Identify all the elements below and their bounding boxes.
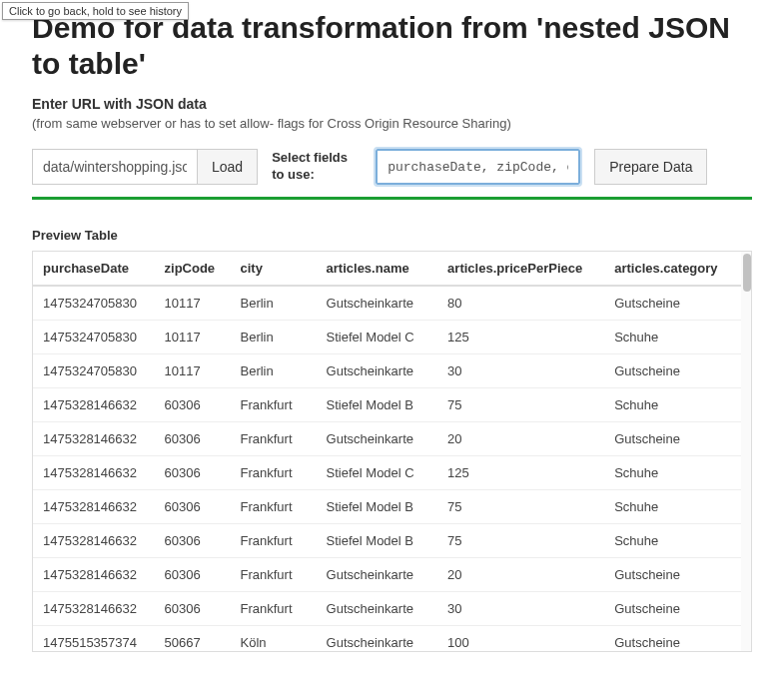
table-cell: 10117 xyxy=(155,321,231,354)
table-cell: Schuhe xyxy=(604,524,741,558)
column-header[interactable]: purchaseDate xyxy=(33,252,155,286)
table-cell: 1475328146632 xyxy=(33,422,155,456)
table-cell: 20 xyxy=(437,558,604,592)
url-input-group: Load xyxy=(32,149,258,185)
preview-table: purchaseDate zipCode city articles.name … xyxy=(33,252,741,651)
table-cell: Schuhe xyxy=(604,490,741,524)
table-cell: Berlin xyxy=(230,321,316,354)
select-fields-label: Select fields to use: xyxy=(272,150,362,184)
table-cell: 1475515357374 xyxy=(33,626,155,652)
table-cell: Gutscheinkarte xyxy=(317,592,438,626)
table-cell: Schuhe xyxy=(604,456,741,490)
table-cell: 60306 xyxy=(155,558,231,592)
table-cell: Frankfurt xyxy=(230,592,316,626)
table-row: 147532470583010117BerlinGutscheinkarte80… xyxy=(33,286,741,321)
table-row: 147532814663260306FrankfurtGutscheinkart… xyxy=(33,592,741,626)
table-cell: 10117 xyxy=(155,354,231,388)
table-cell: Gutscheine xyxy=(604,592,741,626)
table-cell: 1475328146632 xyxy=(33,558,155,592)
table-cell: Berlin xyxy=(230,354,316,388)
browser-back-tooltip: Click to go back, hold to see history xyxy=(2,2,189,20)
table-cell: Stiefel Model B xyxy=(317,388,438,422)
table-cell: 1475324705830 xyxy=(33,321,155,354)
table-row: 147532470583010117BerlinStiefel Model C1… xyxy=(33,321,741,354)
table-cell: 75 xyxy=(437,524,604,558)
table-cell: Gutscheine xyxy=(604,354,741,388)
table-cell: 60306 xyxy=(155,456,231,490)
table-cell: 125 xyxy=(437,456,604,490)
table-cell: Berlin xyxy=(230,286,316,321)
table-cell: Schuhe xyxy=(604,388,741,422)
table-cell: Frankfurt xyxy=(230,524,316,558)
table-cell: 10117 xyxy=(155,286,231,321)
table-cell: 1475324705830 xyxy=(33,354,155,388)
prepare-data-button[interactable]: Prepare Data xyxy=(594,149,707,185)
table-cell: Köln xyxy=(230,626,316,652)
column-header[interactable]: articles.pricePerPiece xyxy=(437,252,604,286)
table-header-row: purchaseDate zipCode city articles.name … xyxy=(33,252,741,286)
table-cell: 1475328146632 xyxy=(33,490,155,524)
scrollbar-thumb[interactable] xyxy=(743,254,751,292)
table-cell: 75 xyxy=(437,388,604,422)
table-cell: Gutscheine xyxy=(604,626,741,652)
table-cell: 30 xyxy=(437,354,604,388)
table-cell: Gutscheinkarte xyxy=(317,422,438,456)
table-cell: 1475328146632 xyxy=(33,524,155,558)
table-cell: 1475324705830 xyxy=(33,286,155,321)
table-cell: Frankfurt xyxy=(230,558,316,592)
table-cell: 60306 xyxy=(155,388,231,422)
table-row: 147532470583010117BerlinGutscheinkarte30… xyxy=(33,354,741,388)
main-container: Demo for data transformation from 'neste… xyxy=(0,0,784,672)
table-cell: Frankfurt xyxy=(230,490,316,524)
table-cell: 30 xyxy=(437,592,604,626)
column-header[interactable]: articles.category xyxy=(604,252,741,286)
table-cell: 100 xyxy=(437,626,604,652)
table-cell: Gutscheine xyxy=(604,422,741,456)
table-cell: 50667 xyxy=(155,626,231,652)
table-cell: 60306 xyxy=(155,524,231,558)
table-row: 147532814663260306FrankfurtGutscheinkart… xyxy=(33,558,741,592)
scrollbar-track[interactable] xyxy=(741,252,751,651)
table-cell: 20 xyxy=(437,422,604,456)
table-cell: Frankfurt xyxy=(230,388,316,422)
table-cell: 1475328146632 xyxy=(33,592,155,626)
table-cell: Gutscheine xyxy=(604,558,741,592)
table-cell: 80 xyxy=(437,286,604,321)
table-cell: 75 xyxy=(437,490,604,524)
preview-table-label: Preview Table xyxy=(32,228,752,243)
table-cell: 125 xyxy=(437,321,604,354)
table-cell: Frankfurt xyxy=(230,422,316,456)
select-fields-input[interactable] xyxy=(376,149,580,185)
table-cell: 60306 xyxy=(155,490,231,524)
table-cell: Schuhe xyxy=(604,321,741,354)
preview-table-wrapper: purchaseDate zipCode city articles.name … xyxy=(32,251,752,652)
table-cell: Stiefel Model C xyxy=(317,456,438,490)
table-cell: 1475328146632 xyxy=(33,388,155,422)
table-cell: Gutscheinkarte xyxy=(317,558,438,592)
table-row: 147551535737450667KölnGutscheinkarte100G… xyxy=(33,626,741,652)
load-button[interactable]: Load xyxy=(197,149,258,185)
table-row: 147532814663260306FrankfurtStiefel Model… xyxy=(33,490,741,524)
table-scroll[interactable]: purchaseDate zipCode city articles.name … xyxy=(33,252,741,651)
table-cell: Gutscheinkarte xyxy=(317,354,438,388)
table-cell: 60306 xyxy=(155,592,231,626)
table-cell: Stiefel Model B xyxy=(317,490,438,524)
table-cell: Gutscheinkarte xyxy=(317,626,438,652)
table-row: 147532814663260306FrankfurtStiefel Model… xyxy=(33,524,741,558)
column-header[interactable]: city xyxy=(230,252,316,286)
table-row: 147532814663260306FrankfurtGutscheinkart… xyxy=(33,422,741,456)
table-cell: Gutscheine xyxy=(604,286,741,321)
controls-row: Load Select fields to use: Prepare Data xyxy=(32,149,752,200)
table-cell: Stiefel Model B xyxy=(317,524,438,558)
table-row: 147532814663260306FrankfurtStiefel Model… xyxy=(33,388,741,422)
table-row: 147532814663260306FrankfurtStiefel Model… xyxy=(33,456,741,490)
url-hint: (from same webserver or has to set allow… xyxy=(32,116,752,131)
column-header[interactable]: articles.name xyxy=(317,252,438,286)
table-cell: Stiefel Model C xyxy=(317,321,438,354)
table-cell: Frankfurt xyxy=(230,456,316,490)
column-header[interactable]: zipCode xyxy=(155,252,231,286)
url-label: Enter URL with JSON data xyxy=(32,96,752,112)
url-input[interactable] xyxy=(32,149,197,185)
table-cell: 1475328146632 xyxy=(33,456,155,490)
table-cell: 60306 xyxy=(155,422,231,456)
